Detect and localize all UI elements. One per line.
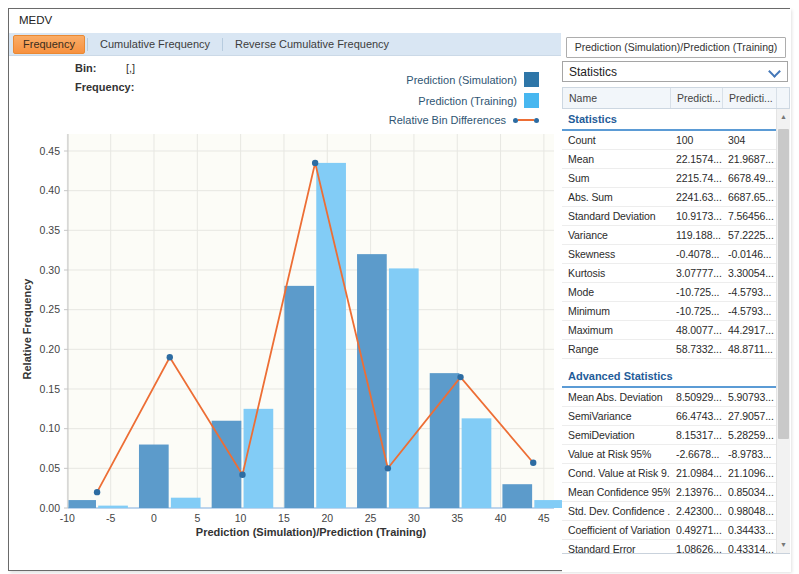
stat-value: 6687.65... <box>722 188 776 206</box>
column-header[interactable]: Name <box>563 88 671 108</box>
parameter-header-button[interactable]: Prediction (Simulation)/Prediction (Trai… <box>566 37 786 58</box>
stat-name: Count <box>562 131 670 149</box>
column-header[interactable] <box>777 88 789 108</box>
table-row: Mode-10.725...-4.5793... <box>562 283 776 302</box>
y-tick-label: 0.10 <box>40 422 61 434</box>
stat-value: 27.9057... <box>722 407 776 425</box>
bar-training <box>462 418 492 508</box>
stat-name: Sum <box>562 169 670 187</box>
table-row: Standard Deviation10.9173...7.56456... <box>562 207 776 226</box>
x-tick-label: 35 <box>451 512 463 524</box>
stat-value: 21.0984... <box>670 464 722 482</box>
x-tick-label: 15 <box>278 512 290 524</box>
stat-value: 2.13976... <box>670 483 722 501</box>
table-row: SemiDeviation8.15317...5.28259... <box>562 426 776 445</box>
tab-separator <box>87 38 88 51</box>
table-row: Skewness-0.4078...-0.0146... <box>562 245 776 264</box>
stat-name: Minimum <box>562 302 670 320</box>
chevron-down-icon <box>768 65 781 78</box>
stat-value: -0.0146... <box>722 245 776 263</box>
tab-strip: FrequencyCumulative FrequencyReverse Cum… <box>9 33 561 56</box>
legend-label: Prediction (Simulation) <box>406 74 517 86</box>
stat-name: Range <box>562 340 670 358</box>
stat-value: 48.8711... <box>722 340 776 358</box>
bar-training <box>171 498 201 508</box>
bar-training <box>534 500 562 508</box>
y-tick-label: 0.00 <box>40 502 61 514</box>
y-tick-label: 0.30 <box>40 264 61 276</box>
table-row: Mean22.1574...21.9687... <box>562 150 776 169</box>
scroll-up-icon[interactable]: ▲ <box>777 110 790 124</box>
x-tick-label: 10 <box>235 512 247 524</box>
legend-item: Prediction (Simulation) <box>361 69 539 90</box>
stat-value: -4.5793... <box>722 283 776 301</box>
bar-training <box>98 506 128 508</box>
tab-cumulative-frequency[interactable]: Cumulative Frequency <box>90 35 220 54</box>
table-row: Minimum-10.725...-4.5793... <box>562 302 776 321</box>
medv-window: MEDV ✕ FrequencyCumulative FrequencyReve… <box>8 8 790 571</box>
legend-item: Relative Bin Differences <box>361 111 539 129</box>
scrollbar-thumb[interactable] <box>778 129 789 439</box>
y-tick-label: 0.40 <box>40 184 61 196</box>
stat-value: 6678.49... <box>722 169 776 187</box>
stat-value: 0.43314... <box>722 540 776 553</box>
stat-value: 22.1574... <box>670 150 722 168</box>
stat-value: 21.9687... <box>722 150 776 168</box>
stat-name: Mean Abs. Deviation <box>562 388 670 406</box>
y-tick-label: 0.25 <box>40 303 61 315</box>
stat-value: 0.85034... <box>722 483 776 501</box>
column-header[interactable]: Predicti... <box>723 88 777 108</box>
tab-reverse-cumulative-frequency[interactable]: Reverse Cumulative Frequency <box>225 35 399 54</box>
column-header[interactable]: Predicti... <box>671 88 723 108</box>
stat-name: Skewness <box>562 245 670 263</box>
table-row: Mean Confidence 95%2.13976...0.85034... <box>562 483 776 502</box>
tab-frequency[interactable]: Frequency <box>13 35 85 54</box>
legend-item: Prediction (Training) <box>361 90 539 111</box>
stat-value: 48.0077... <box>670 321 722 339</box>
stat-value: 58.7332... <box>670 340 722 358</box>
stat-value: -10.725... <box>670 302 722 320</box>
bin-value: [,] <box>126 62 135 74</box>
bar-simulation <box>284 286 314 508</box>
table-row: Std. Dev. Confidence ...2.42300...0.9804… <box>562 502 776 521</box>
table-row: Standard Error1.08626...0.43314... <box>562 540 776 553</box>
y-tick-label: 0.15 <box>40 383 61 395</box>
legend-swatch-icon <box>524 72 539 87</box>
relative-bin-differences-point <box>239 471 245 477</box>
table-scrollbar[interactable]: ▲ ▼ <box>776 109 790 553</box>
scroll-down-icon[interactable]: ▼ <box>777 538 790 552</box>
bar-simulation <box>69 500 96 508</box>
stat-value: -8.9783... <box>722 445 776 463</box>
stat-value: 1.08626... <box>670 540 722 553</box>
stat-name: Mean Confidence 95% <box>562 483 670 501</box>
table-row: Count100304 <box>562 131 776 150</box>
stat-value: 0.98048... <box>722 502 776 520</box>
statistics-panel: Prediction (Simulation)/Prediction (Trai… <box>562 9 791 572</box>
stat-value: 5.28259... <box>722 426 776 444</box>
stat-name: Mode <box>562 283 670 301</box>
stat-name: Standard Deviation <box>562 207 670 225</box>
bar-training <box>316 163 346 508</box>
x-tick-label: 40 <box>495 512 507 524</box>
relative-bin-differences-point <box>385 465 391 471</box>
x-tick-label: 25 <box>365 512 377 524</box>
stat-value: 57.2225... <box>722 226 776 244</box>
stat-value: 119.188... <box>670 226 722 244</box>
table-row: SemiVariance66.4743...27.9057... <box>562 407 776 426</box>
x-tick-label: 0 <box>151 512 157 524</box>
frequency-label: Frequency: <box>75 81 134 93</box>
relative-bin-differences-point <box>457 374 463 380</box>
legend-label: Relative Bin Differences <box>389 114 506 126</box>
x-axis-title: Prediction (Simulation)/Prediction (Trai… <box>196 526 427 538</box>
stat-value: 0.49271... <box>670 521 722 539</box>
x-tick-label: -5 <box>106 512 115 524</box>
stat-value: 0.34433... <box>722 521 776 539</box>
y-tick-label: 0.05 <box>40 462 61 474</box>
statistics-dropdown[interactable]: Statistics <box>562 61 788 82</box>
stat-value: 304 <box>722 131 776 149</box>
stat-value: 8.50929... <box>670 388 722 406</box>
stat-name: SemiVariance <box>562 407 670 425</box>
stat-name: Standard Error <box>562 540 670 553</box>
stat-value: 3.30054... <box>722 264 776 282</box>
legend-line-dot-icon <box>513 118 539 123</box>
